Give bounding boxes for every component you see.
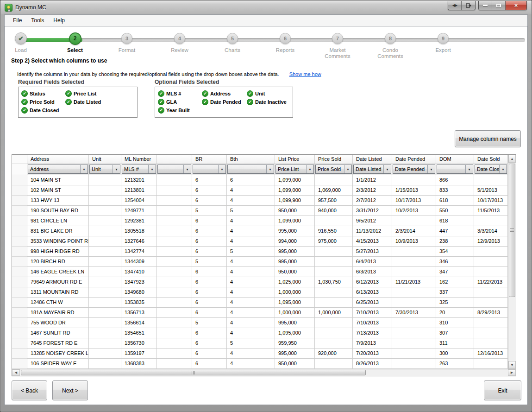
row-header-cell[interactable] xyxy=(12,277,27,287)
table-cell[interactable]: 1347410 xyxy=(121,267,157,277)
next-button[interactable]: Next > xyxy=(52,380,88,400)
column-header[interactable]: Price Sold xyxy=(315,155,353,164)
mapping-combobox[interactable]: Address▼ xyxy=(28,165,88,174)
table-cell[interactable]: 2/7/2012 xyxy=(353,196,392,206)
column-header[interactable]: BR xyxy=(192,155,227,164)
table-cell[interactable]: 311 xyxy=(436,338,474,349)
horizontal-scroll-track[interactable] xyxy=(20,369,508,376)
table-cell[interactable]: 1,099,000 xyxy=(275,175,315,185)
table-cell[interactable] xyxy=(157,206,192,216)
table-row[interactable]: 1467 SUNLIT RD1354651641,095,0007/13/201… xyxy=(12,328,508,338)
table-cell[interactable]: 1353835 xyxy=(121,298,157,308)
table-row[interactable]: 831 BIG LAKE DR130551864995,000916,55011… xyxy=(12,226,508,236)
table-cell[interactable]: 950,000 xyxy=(275,206,315,216)
step-circle-4[interactable]: 4 xyxy=(174,33,185,44)
table-cell[interactable]: 300 xyxy=(436,349,474,359)
mapping-combobox[interactable]: ▼ xyxy=(437,165,473,174)
table-cell[interactable]: 618 xyxy=(436,216,474,226)
table-cell[interactable] xyxy=(474,338,508,349)
mapping-combobox[interactable]: Date Closed▼ xyxy=(475,165,507,174)
table-cell[interactable]: 4 xyxy=(227,196,275,206)
table-cell[interactable]: 916,550 xyxy=(315,226,353,236)
table-cell[interactable]: 11/13/2012 xyxy=(353,226,392,236)
popout-button[interactable] xyxy=(462,1,475,10)
table-cell[interactable]: 6 xyxy=(192,338,227,349)
table-cell[interactable]: 79649 ARMOUR RD E xyxy=(27,277,89,287)
table-cell[interactable]: 6 xyxy=(192,308,227,318)
column-header[interactable]: Date Listed xyxy=(353,155,392,164)
column-header[interactable]: Date Pended xyxy=(392,155,436,164)
table-cell[interactable]: 7/30/2013 xyxy=(392,308,436,318)
table-cell[interactable]: 447 xyxy=(436,226,474,236)
table-cell[interactable]: 1311 MOUNTAIN RD xyxy=(27,287,89,298)
table-cell[interactable]: 8/26/2013 xyxy=(353,359,392,369)
table-row[interactable]: 3533 WINDING POINT RD132764664994,000975… xyxy=(12,236,508,247)
mapping-combobox[interactable]: ▼ xyxy=(227,165,274,174)
table-cell[interactable]: 1,030,750 xyxy=(315,277,353,287)
row-header-cell[interactable] xyxy=(12,216,27,226)
table-cell[interactable]: 4 xyxy=(227,359,275,369)
scroll-left-button[interactable]: ◀ xyxy=(12,369,20,376)
table-cell[interactable] xyxy=(392,318,436,328)
table-cell[interactable]: 6 xyxy=(192,359,227,369)
table-cell[interactable]: 6 xyxy=(192,349,227,359)
table-cell[interactable] xyxy=(392,175,436,185)
table-cell[interactable]: 1,000,000 xyxy=(275,287,315,298)
table-cell[interactable]: 347 xyxy=(436,267,474,277)
table-cell[interactable]: 6 xyxy=(192,236,227,247)
table-cell[interactable] xyxy=(157,308,192,318)
step-circle-9[interactable]: 9 xyxy=(438,33,449,44)
table-cell[interactable]: 6 xyxy=(192,216,227,226)
table-row[interactable]: 981 CIRCLE LN1292381641,099,0009/5/20126… xyxy=(12,216,508,226)
table-cell[interactable]: 162 xyxy=(436,277,474,287)
table-cell[interactable]: 1327646 xyxy=(121,236,157,247)
column-header[interactable]: Unit xyxy=(89,155,121,164)
table-cell[interactable]: 1292381 xyxy=(121,216,157,226)
table-cell[interactable] xyxy=(89,216,121,226)
table-cell[interactable]: 975,000 xyxy=(315,236,353,247)
table-cell[interactable]: 6 xyxy=(192,287,227,298)
table-cell[interactable]: 755 WOOD DR xyxy=(27,318,89,328)
table-cell[interactable] xyxy=(157,338,192,349)
table-cell[interactable]: 550 xyxy=(436,206,474,216)
horizontal-scrollbar[interactable]: ◀ ▶ xyxy=(12,369,516,376)
table-cell[interactable] xyxy=(474,298,508,308)
table-cell[interactable]: 146 EAGLE CREEK LN xyxy=(27,267,89,277)
manage-column-names-button[interactable]: Manage column names xyxy=(455,130,521,147)
row-header-cell[interactable] xyxy=(12,287,27,298)
table-cell[interactable] xyxy=(392,287,436,298)
table-cell[interactable] xyxy=(89,277,121,287)
table-cell[interactable]: 1347923 xyxy=(121,277,157,287)
table-cell[interactable] xyxy=(315,328,353,338)
table-cell[interactable]: 4 xyxy=(227,308,275,318)
table-cell[interactable] xyxy=(315,338,353,349)
table-row[interactable]: 1311 MOUNTAIN RD1349680641,000,0006/13/2… xyxy=(12,287,508,298)
table-cell[interactable]: 4 xyxy=(227,226,275,236)
row-header-cell[interactable] xyxy=(12,267,27,277)
table-cell[interactable]: 6 xyxy=(192,226,227,236)
title-bar[interactable]: Dynamo MC ◀▶ × xyxy=(0,0,532,14)
table-cell[interactable]: 8/29/2013 xyxy=(474,308,508,318)
table-cell[interactable]: 5 xyxy=(227,247,275,257)
table-cell[interactable]: 6 xyxy=(192,185,227,196)
table-cell[interactable]: 618 xyxy=(436,196,474,206)
table-cell[interactable] xyxy=(157,359,192,369)
table-cell[interactable]: 4 xyxy=(227,298,275,308)
table-cell[interactable] xyxy=(89,206,121,216)
table-row[interactable]: 7645 FOREST RD E135673065959,9507/9/2013… xyxy=(12,338,508,349)
table-row[interactable]: 755 WOOD DR135661454995,0007/10/2013310 xyxy=(12,318,508,328)
table-cell[interactable] xyxy=(157,318,192,328)
chevron-down-icon[interactable]: ▼ xyxy=(344,165,351,173)
table-cell[interactable]: 263 xyxy=(436,359,474,369)
table-cell[interactable]: 1354651 xyxy=(121,328,157,338)
table-row[interactable]: 106 SPIDER WAY E136838364950,0008/26/201… xyxy=(12,359,508,369)
table-row[interactable]: 104 MAIN ST1213201661,099,0001/1/2012866 xyxy=(12,175,508,185)
table-cell[interactable] xyxy=(474,359,508,369)
table-cell[interactable] xyxy=(89,338,121,349)
table-cell[interactable]: 5 xyxy=(227,206,275,216)
table-cell[interactable]: 238 xyxy=(436,236,474,247)
table-cell[interactable]: 1,099,000 xyxy=(275,185,315,196)
scroll-right-button[interactable]: ▶ xyxy=(508,369,516,376)
table-cell[interactable] xyxy=(474,247,508,257)
table-cell[interactable]: 5 xyxy=(192,318,227,328)
